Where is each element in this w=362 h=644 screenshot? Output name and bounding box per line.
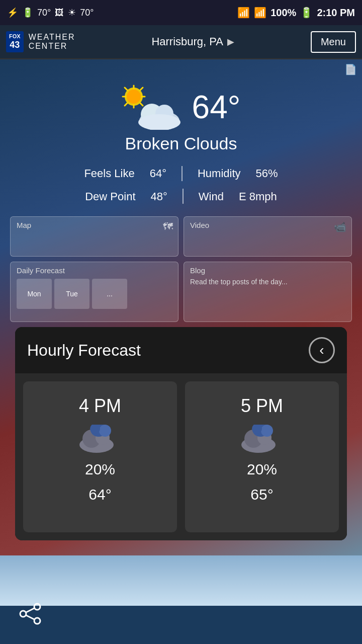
weather-center-label: WEATHER CENTER [29, 33, 75, 50]
svg-point-26 [34, 604, 40, 610]
cloud-icon-4pm [77, 425, 123, 453]
day-thumbnails: Mon Tue ... [17, 279, 172, 309]
temp-status: 70° [80, 8, 94, 18]
center-label: CENTER [29, 42, 75, 51]
svg-line-9 [125, 103, 127, 106]
battery-icon: 🔋 [300, 7, 313, 19]
details-divider-2 [183, 189, 184, 204]
weather-condition: Broken Clouds [125, 134, 237, 153]
temperature-status: 70° [37, 8, 51, 18]
svg-line-6 [125, 88, 127, 90]
details-divider-1 [182, 166, 183, 181]
day-thumb-tue: Tue [54, 279, 89, 309]
svg-point-18 [99, 425, 111, 437]
weather-background: 64° Broken Clouds Feels Like 64° Humidit… [0, 59, 362, 555]
daily-forecast-widget[interactable]: Daily Forecast Mon Tue ... [10, 262, 178, 322]
weather-status-icon: ☀ [68, 7, 76, 18]
blog-icon: 📄 [344, 63, 357, 75]
svg-line-30 [26, 615, 34, 619]
details-row-1: Feels Like 64° Humidity 56% [84, 164, 278, 184]
hourly-forecast-title: Hourly Forecast [27, 341, 141, 360]
hourly-cards-container: 4 PM 20% 64° 5 PM [15, 373, 347, 540]
map-icon: 🗺 [163, 221, 173, 232]
wifi-icon: 📶 [237, 7, 250, 19]
clock: 2:10 PM [317, 7, 355, 19]
hour-precip-4pm: 20% [85, 461, 115, 478]
cloud-overlay-icon [132, 100, 182, 130]
weather-label: WEATHER [29, 33, 75, 42]
usb-icon: ⚡ [7, 7, 18, 18]
location-text: Harrisburg, PA [151, 35, 223, 48]
menu-button[interactable]: Menu [311, 31, 356, 53]
current-weather-section: 64° Broken Clouds Feels Like 64° Humidit… [10, 74, 352, 216]
small-widgets-row: Map 🗺 Video 📹 [10, 216, 352, 257]
sky-background-bottom [0, 555, 362, 606]
video-widget[interactable]: Video 📹 [184, 216, 352, 257]
svg-point-28 [20, 611, 26, 617]
dew-point-label: Dew Point [85, 187, 135, 207]
video-widget-title: Video [190, 221, 345, 229]
channel-badge: FOX 43 [6, 31, 24, 53]
hour-card-5pm[interactable]: 5 PM 20% 65° [185, 381, 339, 532]
map-widget-title: Map [17, 221, 172, 229]
logo-area: FOX 43 WEATHER CENTER [6, 31, 75, 53]
current-temperature: 64° [192, 91, 241, 123]
daily-forecast-title: Daily Forecast [17, 266, 172, 275]
location-area[interactable]: Harrisburg, PA ▶ [151, 35, 234, 48]
share-button[interactable] [15, 599, 45, 629]
cloud-icon-5pm [239, 425, 285, 453]
hourly-forecast-panel: Hourly Forecast ‹ 4 PM [15, 327, 347, 540]
day-thumb-mon: Mon [17, 279, 52, 309]
back-button[interactable]: ‹ [309, 337, 335, 363]
humidity-value: 56% [256, 164, 278, 184]
battery-percent: 100% [270, 7, 296, 19]
hour-temp-4pm: 64° [88, 486, 111, 503]
status-right-icons: 📶 📶 100% 🔋 2:10 PM [237, 7, 355, 19]
status-left-icons: ⚡ 🔋 70° 🖼 ☀ 70° [7, 7, 94, 18]
app-header: FOX 43 WEATHER CENTER Harrisburg, PA ▶ M… [0, 25, 362, 59]
dew-point-value: 48° [151, 187, 167, 207]
feels-like-label: Feels Like [84, 164, 134, 184]
dropdown-arrow-icon: ▶ [227, 36, 234, 47]
status-bar: ⚡ 🔋 70° 🖼 ☀ 70° 📶 📶 100% 🔋 2:10 PM [0, 0, 362, 25]
details-row-2: Dew Point 48° Wind E 8mph [84, 187, 278, 207]
blog-widget[interactable]: Blog 📄 Read the top posts of the day... [184, 262, 352, 322]
svg-point-24 [261, 425, 273, 437]
hour-precip-5pm: 20% [247, 461, 277, 478]
humidity-label: Humidity [198, 164, 241, 184]
svg-line-29 [26, 608, 34, 612]
hour-time-5pm: 5 PM [241, 395, 283, 417]
wind-value: E 8mph [239, 187, 277, 207]
fox-label: FOX [9, 33, 21, 40]
map-widget[interactable]: Map 🗺 [10, 216, 178, 257]
weather-main-display: 64° [122, 85, 241, 130]
signal-icon: 📶 [254, 7, 266, 19]
hour-card-4pm[interactable]: 4 PM 20% 64° [23, 381, 177, 532]
widgets-row-2: Daily Forecast Mon Tue ... Blog 📄 Read t… [10, 262, 352, 322]
share-icon [18, 602, 42, 626]
weather-details-section: Feels Like 64° Humidity 56% Dew Point 48… [84, 164, 278, 206]
day-thumb-more: ... [92, 279, 127, 309]
video-icon: 📹 [334, 221, 346, 233]
hour-temp-5pm: 65° [250, 486, 273, 503]
battery-small-icon: 🔋 [22, 7, 33, 18]
hourly-header: Hourly Forecast ‹ [15, 327, 347, 373]
back-arrow-icon: ‹ [319, 342, 324, 358]
svg-point-13 [138, 114, 180, 130]
channel-num: 43 [9, 40, 21, 51]
hour-time-4pm: 4 PM [79, 395, 121, 417]
svg-line-8 [140, 88, 143, 90]
feels-like-value: 64° [150, 164, 166, 184]
wind-label: Wind [199, 187, 224, 207]
image-icon: 🖼 [55, 8, 64, 18]
blog-widget-title: Blog [190, 266, 345, 275]
weather-icon-container [122, 85, 182, 130]
temperature-display: 64° [192, 91, 241, 123]
svg-point-27 [34, 618, 40, 624]
blog-text: Read the top posts of the day... [190, 278, 345, 286]
